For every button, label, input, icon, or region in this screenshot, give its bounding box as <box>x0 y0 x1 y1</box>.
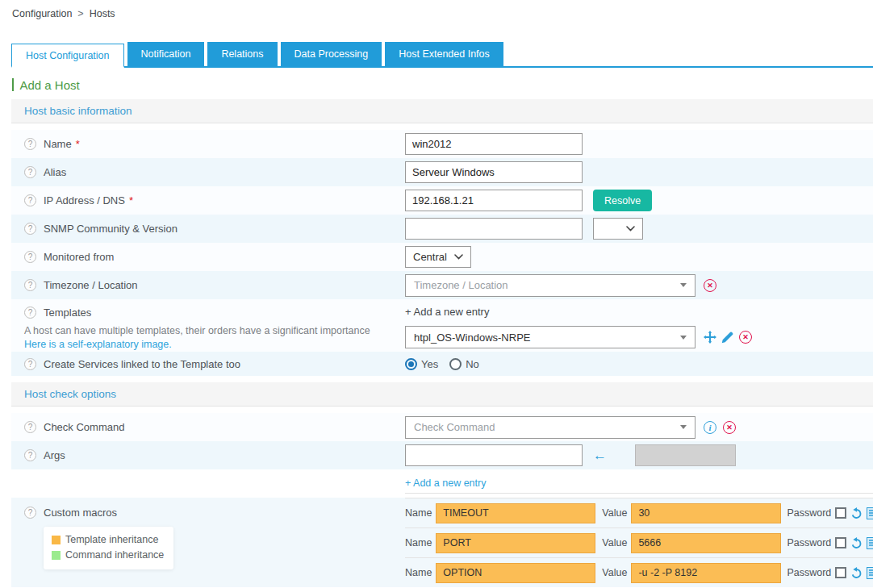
description-icon[interactable] <box>867 537 873 549</box>
help-icon[interactable]: ? <box>24 166 36 178</box>
ip-address-input[interactable] <box>405 190 583 211</box>
command-inheritance-swatch <box>52 551 61 560</box>
undo-icon[interactable] <box>850 537 863 549</box>
row-check-command: ? Check Command Check Command i ✕ <box>11 413 873 441</box>
dropdown-caret-icon <box>680 336 687 340</box>
macro-name-input[interactable] <box>436 503 595 523</box>
undo-icon[interactable] <box>850 507 863 519</box>
snmp-version-select[interactable] <box>593 218 643 240</box>
row-ip-address: ? IP Address / DNS * Resolve <box>11 186 873 215</box>
dropdown-caret-icon <box>680 425 687 429</box>
clear-check-command-icon[interactable]: ✕ <box>723 421 736 434</box>
add-args-entry-link[interactable]: + Add a new entry <box>405 477 486 489</box>
description-icon[interactable] <box>867 567 873 579</box>
timezone-dropdown[interactable]: Timezone / Location <box>405 274 695 297</box>
chevron-down-icon <box>454 254 463 260</box>
macro-name-input[interactable] <box>436 533 595 553</box>
macro-row-timeout: Name Value Password ✕ <box>405 498 873 528</box>
breadcrumb-configuration[interactable]: Configuration <box>12 8 72 19</box>
args-label: ? Args <box>11 449 405 461</box>
templates-help-text: A host can have multiple templates, thei… <box>24 324 370 352</box>
help-icon[interactable]: ? <box>24 358 36 370</box>
required-asterisk: * <box>76 138 80 150</box>
host-configuration-page: Configuration>Hosts Host Configuration N… <box>0 0 873 588</box>
add-template-entry-link[interactable]: + Add a new entry <box>405 306 489 318</box>
macro-password-checkbox[interactable] <box>835 507 846 519</box>
section-host-check-options: Host check options <box>11 382 873 407</box>
tab-host-configuration[interactable]: Host Configuration <box>11 44 124 68</box>
monitored-from-label: ? Monitored from <box>11 251 405 263</box>
page-title-text: Add a Host <box>20 78 80 92</box>
help-icon[interactable]: ? <box>24 449 36 461</box>
template-inheritance-swatch <box>52 536 61 544</box>
macro-row-option: Name Value Password ✕ <box>405 557 873 587</box>
tab-notification[interactable]: Notification <box>127 42 205 66</box>
name-input[interactable] <box>405 133 583 155</box>
macro-password-checkbox[interactable] <box>835 567 846 578</box>
macro-name-input[interactable] <box>436 563 595 583</box>
self-explanatory-image-link[interactable]: Here is a self-explanatory image. <box>24 339 172 350</box>
row-templates: ? Templates A host can have multiple tem… <box>11 299 873 352</box>
breadcrumb: Configuration>Hosts <box>0 0 873 21</box>
args-disabled-box <box>635 444 736 466</box>
create-services-yes-radio[interactable] <box>405 358 417 370</box>
help-icon[interactable]: ? <box>24 223 36 235</box>
resolve-button[interactable]: Resolve <box>593 190 652 211</box>
args-input[interactable] <box>405 444 583 466</box>
row-create-services: ? Create Services linked to the Template… <box>11 352 873 376</box>
help-icon[interactable]: ? <box>24 279 36 291</box>
snmp-label: ? SNMP Community & Version <box>11 223 405 235</box>
template-dropdown[interactable]: htpl_OS-Windows-NRPE <box>405 326 695 348</box>
host-form: Host basic information ? Name * ? Alias <box>11 99 873 588</box>
row-snmp: ? SNMP Community & Version <box>11 215 873 243</box>
clear-timezone-icon[interactable]: ✕ <box>704 279 716 292</box>
alias-input[interactable] <box>405 161 583 183</box>
help-icon[interactable]: ? <box>24 421 36 433</box>
alias-label: ? Alias <box>11 166 405 178</box>
tab-bar: Host Configuration Notification Relation… <box>11 42 873 68</box>
help-icon[interactable]: ? <box>24 251 36 263</box>
create-services-label: ? Create Services linked to the Template… <box>11 358 405 370</box>
help-icon[interactable]: ? <box>24 194 36 206</box>
dropdown-caret-icon <box>680 283 687 287</box>
chevron-down-icon <box>626 226 635 231</box>
custom-macros-label: ? Custom macros Template inheritance Com… <box>11 498 405 587</box>
macro-value-input[interactable] <box>631 503 781 523</box>
row-add-args-entry: + Add a new entry <box>11 469 873 498</box>
row-timezone: ? Timezone / Location Timezone / Locatio… <box>11 271 873 299</box>
row-custom-macros: ? Custom macros Template inheritance Com… <box>11 498 873 587</box>
edit-icon[interactable] <box>721 332 733 344</box>
help-icon[interactable]: ? <box>24 138 36 150</box>
help-icon[interactable]: ? <box>24 307 36 319</box>
timezone-label: ? Timezone / Location <box>11 279 405 291</box>
info-icon[interactable]: i <box>704 421 716 434</box>
check-command-label: ? Check Command <box>11 421 405 433</box>
breadcrumb-separator: > <box>77 8 83 19</box>
description-icon[interactable] <box>867 507 873 519</box>
macro-value-input[interactable] <box>631 563 781 583</box>
undo-icon[interactable] <box>850 567 863 579</box>
macro-value-input[interactable] <box>631 533 781 553</box>
macro-password-checkbox[interactable] <box>835 537 846 548</box>
tab-data-processing[interactable]: Data Processing <box>281 42 382 66</box>
arrow-left-icon[interactable]: ← <box>593 448 607 464</box>
snmp-community-input[interactable] <box>405 218 583 240</box>
delete-template-icon[interactable]: ✕ <box>739 331 752 344</box>
tab-relations[interactable]: Relations <box>207 42 277 66</box>
row-alias: ? Alias <box>11 158 873 186</box>
check-command-dropdown[interactable]: Check Command <box>405 416 695 439</box>
help-icon[interactable]: ? <box>24 507 36 519</box>
row-args: ? Args ← <box>11 441 873 469</box>
templates-label: ? Templates A host can have multiple tem… <box>11 299 405 352</box>
name-label: ? Name * <box>11 138 405 150</box>
macro-inheritance-legend: Template inheritance Command inheritance <box>44 527 173 569</box>
tab-host-extended-infos[interactable]: Host Extended Infos <box>385 42 503 66</box>
ip-address-label: ? IP Address / DNS * <box>11 194 405 206</box>
page-title: Add a Host <box>12 77 873 92</box>
monitored-from-select[interactable]: Central <box>405 246 471 268</box>
row-monitored-from: ? Monitored from Central <box>11 243 873 271</box>
breadcrumb-hosts[interactable]: Hosts <box>90 8 115 19</box>
create-services-no-radio[interactable] <box>449 358 462 370</box>
title-pipe <box>12 78 14 91</box>
move-icon[interactable] <box>704 331 716 344</box>
